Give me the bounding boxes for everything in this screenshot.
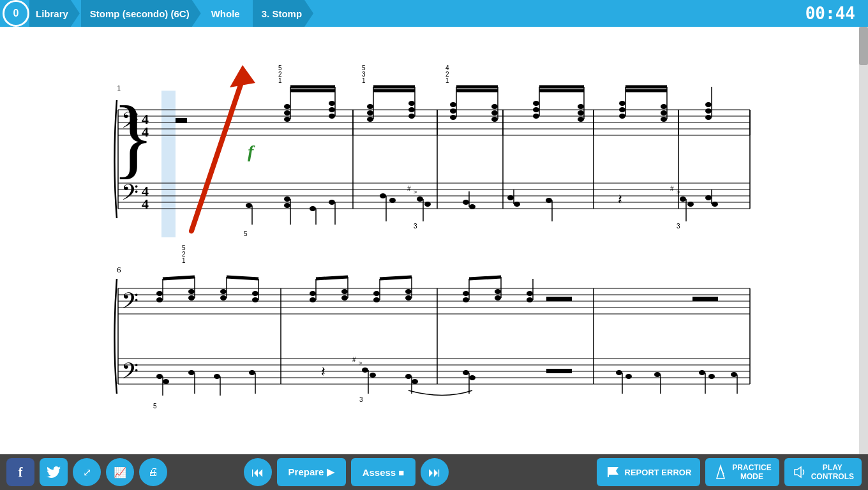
svg-point-115	[389, 198, 396, 203]
chart-button[interactable]: 📈	[106, 458, 134, 486]
svg-point-37	[329, 107, 335, 112]
svg-point-180	[405, 295, 412, 301]
svg-text:3: 3	[677, 223, 680, 230]
report-error-button[interactable]: REPORT ERROR	[597, 458, 701, 486]
svg-point-174	[341, 295, 348, 301]
svg-point-223	[654, 372, 661, 377]
svg-point-102	[284, 203, 290, 208]
svg-text:1: 1	[182, 257, 186, 264]
svg-point-98	[246, 203, 252, 208]
scrollbar-thumb[interactable]	[859, 27, 868, 65]
bottom-right-controls: REPORT ERROR PRACTICE MODE PLAY CONTROLS	[597, 458, 862, 486]
svg-point-193	[527, 297, 533, 302]
svg-text:1: 1	[445, 77, 449, 84]
svg-point-179	[405, 289, 412, 294]
svg-line-183	[380, 277, 412, 279]
sheet-music-svg: 1 } 𝄢 4 4 𝄢 4 4 f	[0, 27, 859, 454]
svg-point-53	[491, 110, 498, 115]
svg-point-162	[220, 289, 227, 294]
svg-text:4: 4	[142, 124, 149, 140]
svg-rect-21	[176, 118, 187, 123]
svg-point-49	[450, 108, 456, 114]
bottom-toolbar: f ⤢ 📈 🖨 ⏮ Prepare ▶ Assess ■ ⏭ REPORT ER…	[0, 454, 868, 490]
svg-line-233	[721, 468, 724, 474]
sheet-music-area: 1 } 𝄢 4 4 𝄢 4 4 f	[0, 27, 859, 454]
svg-point-221	[625, 374, 632, 379]
playback-controls: ⏮ Prepare ▶ Assess ■ ⏭	[244, 458, 449, 486]
svg-text:3: 3	[359, 396, 363, 403]
svg-point-163	[220, 295, 227, 301]
svg-point-121	[514, 202, 520, 207]
svg-point-114	[380, 193, 386, 198]
svg-point-177	[373, 297, 380, 302]
svg-point-196	[156, 374, 163, 379]
svg-point-157	[156, 297, 163, 302]
svg-point-65	[619, 107, 625, 112]
breadcrumb-3-stomp[interactable]: 3. Stomp	[253, 0, 313, 27]
svg-point-225	[699, 370, 705, 375]
assess-button[interactable]: Assess ■	[351, 458, 416, 486]
svg-rect-2	[161, 91, 176, 237]
breadcrumb-whole[interactable]: Whole	[202, 0, 251, 27]
breadcrumb-library[interactable]: Library	[29, 0, 80, 27]
svg-point-36	[329, 101, 335, 106]
svg-point-160	[188, 295, 195, 301]
svg-point-213	[405, 374, 412, 379]
fast-forward-button[interactable]: ⏭	[421, 458, 449, 486]
svg-point-171	[310, 297, 316, 302]
svg-point-220	[616, 370, 622, 375]
svg-point-110	[417, 197, 423, 202]
svg-point-117	[463, 200, 469, 205]
rewind-button[interactable]: ⏮	[244, 458, 272, 486]
svg-point-214	[412, 379, 418, 384]
svg-point-216	[463, 370, 469, 375]
practice-mode-button[interactable]: PRACTICE MODE	[705, 458, 779, 486]
svg-text:1: 1	[362, 77, 366, 84]
play-controls-button[interactable]: PLAY CONTROLS	[784, 458, 862, 486]
svg-line-168	[163, 277, 195, 279]
svg-point-197	[163, 379, 169, 384]
svg-text:𝄢: 𝄢	[121, 359, 138, 389]
svg-point-32	[284, 104, 290, 109]
breadcrumb-stomp-secondo[interactable]: Stomp (secondo) (6C)	[81, 0, 201, 27]
svg-text:1: 1	[278, 77, 282, 84]
svg-text:𝄢: 𝄢	[121, 181, 138, 210]
svg-point-176	[373, 291, 380, 296]
svg-point-186	[463, 291, 469, 296]
svg-point-66	[619, 114, 625, 119]
svg-point-166	[252, 297, 258, 302]
svg-point-44	[408, 101, 415, 106]
svg-point-54	[491, 117, 498, 122]
svg-text:3: 3	[414, 223, 417, 230]
svg-point-74	[705, 115, 712, 120]
svg-point-204	[249, 370, 255, 375]
svg-point-56	[533, 101, 539, 106]
svg-point-48	[450, 102, 456, 107]
svg-text:𝄢: 𝄢	[121, 108, 138, 138]
prepare-button[interactable]: Prepare ▶	[277, 458, 346, 486]
svg-point-156	[156, 291, 163, 296]
svg-point-111	[424, 202, 431, 207]
svg-point-40	[367, 104, 373, 109]
facebook-button[interactable]: f	[6, 458, 34, 486]
svg-point-228	[731, 372, 737, 377]
twitter-icon	[47, 466, 61, 478]
scrollbar[interactable]	[859, 27, 868, 454]
svg-text:𝄢: 𝄢	[121, 289, 138, 318]
svg-text:>: >	[359, 360, 362, 366]
svg-point-70	[661, 117, 667, 122]
svg-point-133	[712, 202, 718, 207]
speaker-icon	[792, 464, 807, 480]
svg-text:4: 4	[142, 196, 149, 212]
svg-point-123	[546, 198, 552, 203]
print-button[interactable]: 🖨	[139, 458, 167, 486]
flag-icon	[606, 466, 621, 479]
svg-point-60	[578, 104, 584, 109]
metronome-icon	[713, 464, 728, 480]
svg-point-209	[370, 373, 376, 378]
svg-point-190	[495, 295, 501, 301]
svg-point-187	[463, 297, 469, 302]
svg-point-33	[284, 110, 290, 115]
expand-button[interactable]: ⤢	[73, 458, 101, 486]
twitter-button[interactable]	[40, 458, 68, 486]
